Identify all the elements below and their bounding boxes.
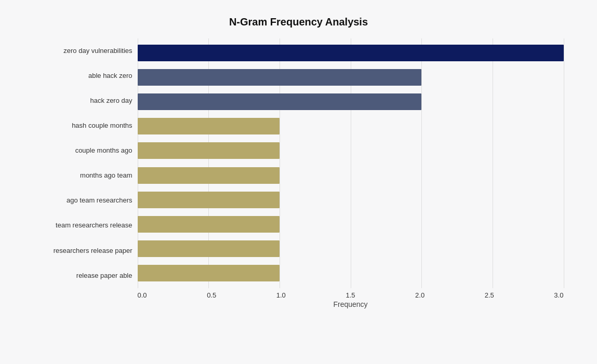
- x-axis-title-wrapper: Frequency: [34, 299, 564, 308]
- bar: [138, 192, 280, 208]
- x-axis-title-spacer: [34, 299, 138, 308]
- bar-rows: [138, 38, 564, 288]
- bar-row: [138, 213, 564, 236]
- y-axis-labels: zero day vulnerabilitiesable hack zeroha…: [34, 38, 138, 288]
- bar: [138, 216, 280, 233]
- bar-row: [138, 164, 564, 187]
- bar-row: [138, 90, 564, 113]
- bar-row: [138, 115, 564, 138]
- bar-row: [138, 262, 564, 285]
- y-label: researchers release paper: [54, 247, 132, 255]
- bar: [138, 167, 280, 184]
- y-label: hack zero day: [90, 97, 132, 105]
- x-axis-title: Frequency: [138, 300, 564, 308]
- y-label: release paper able: [76, 272, 132, 280]
- bars-section: zero day vulnerabilitiesable hack zeroha…: [34, 38, 564, 288]
- y-label: months ago team: [80, 171, 132, 180]
- grid-and-bars: [138, 38, 564, 288]
- x-tick: 1.5: [346, 291, 355, 299]
- chart-area: zero day vulnerabilitiesable hack zeroha…: [34, 38, 564, 308]
- bar: [138, 142, 280, 159]
- y-label: team researchers release: [56, 221, 132, 230]
- x-tick: 2.5: [485, 291, 494, 299]
- bar: [138, 118, 280, 134]
- y-label: able hack zero: [88, 72, 132, 80]
- bar-row: [138, 66, 564, 89]
- bar: [138, 45, 564, 61]
- y-label: zero day vulnerabilities: [63, 47, 132, 55]
- bar: [138, 240, 280, 257]
- x-axis-spacer: [34, 291, 138, 299]
- x-axis: 0.00.51.01.52.02.53.0: [34, 291, 564, 299]
- y-label: ago team researchers: [67, 196, 132, 205]
- bar-row: [138, 237, 564, 260]
- x-tick: 0.0: [138, 291, 147, 299]
- chart-title: N-Gram Frequency Analysis: [34, 16, 564, 28]
- bar: [138, 69, 422, 86]
- y-label: couple months ago: [75, 146, 132, 155]
- grid-line: [564, 38, 564, 288]
- bar: [138, 265, 280, 281]
- x-axis-labels: 0.00.51.01.52.02.53.0: [138, 291, 564, 299]
- x-tick: 1.0: [276, 291, 286, 299]
- chart-container: N-Gram Frequency Analysis zero day vulne…: [13, 6, 585, 359]
- bar-row: [138, 139, 564, 162]
- bars-and-grid: [138, 38, 564, 288]
- bar-row: [138, 188, 564, 211]
- bar-row: [138, 42, 564, 64]
- bar: [138, 93, 422, 110]
- x-tick: 2.0: [415, 291, 424, 299]
- x-tick: 0.5: [207, 291, 216, 299]
- x-tick: 3.0: [554, 291, 563, 299]
- y-label: hash couple months: [72, 122, 132, 130]
